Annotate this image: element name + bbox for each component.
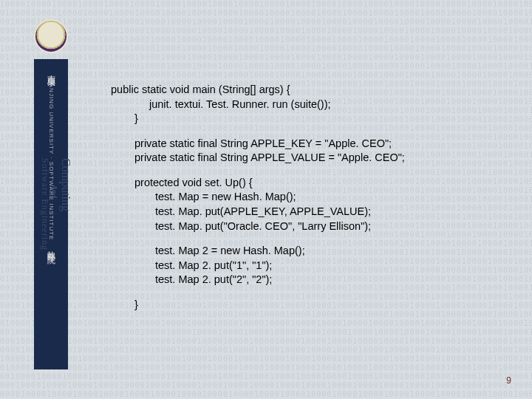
- sidebar-en-computing: Computing: [59, 158, 72, 365]
- page-number: 9: [506, 375, 511, 386]
- code-content: public static void main (String[] args) …: [111, 83, 495, 322]
- sidebar-english-block: Computing And Software Engineering: [39, 158, 72, 365]
- code-line: public static void main (String[] args) …: [111, 83, 495, 98]
- code-line: }: [134, 298, 495, 313]
- code-line: test. Map = new Hash. Map();: [134, 190, 495, 205]
- sidebar-cn-university: 南京大學: [46, 68, 57, 74]
- sidebar-en-and: And: [50, 185, 59, 365]
- code-line: test. Map 2. put("1", "1");: [155, 259, 495, 273]
- code-line: junit. textui. Test. Runner. run (suite(…: [111, 98, 495, 112]
- code-line: private static final String APPLE_KEY = …: [134, 137, 495, 151]
- sidebar-en-software: Software Engineering: [39, 158, 50, 365]
- university-logo: [34, 19, 68, 53]
- code-line: test. Map 2. put("2", "2");: [155, 273, 495, 287]
- code-line: test. Map. put(APPLE_KEY, APPLE_VALUE);: [134, 205, 495, 219]
- code-line: test. Map 2 = new Hash. Map();: [155, 244, 495, 259]
- code-line: private static final String APPLE_VALUE …: [134, 151, 495, 166]
- code-line: }: [111, 112, 495, 126]
- code-line: protected void set. Up() {: [134, 176, 495, 191]
- code-line: test. Map. put("Oracle. CEO", "Larry Ell…: [134, 219, 495, 234]
